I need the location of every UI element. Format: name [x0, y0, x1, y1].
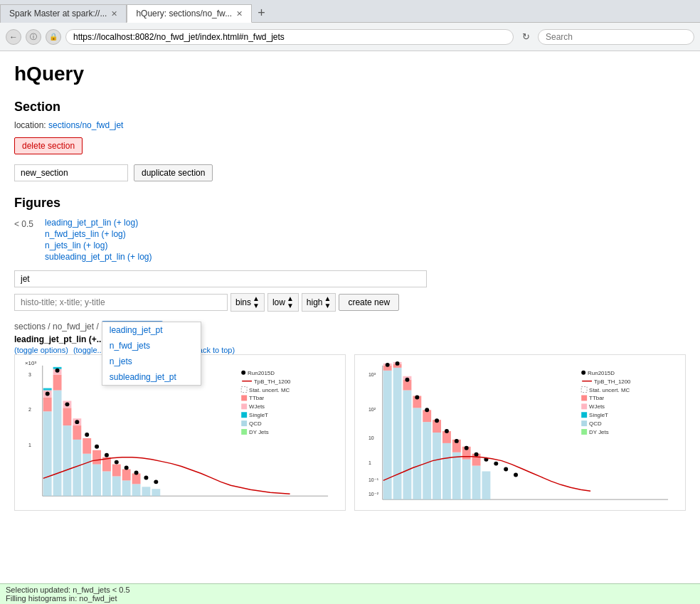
svg-point-105: [494, 462, 498, 466]
svg-rect-25: [112, 465, 121, 477]
svg-rect-72: [403, 391, 412, 500]
dropdown-container[interactable]: leading_jet_pt leading_jet_pt n_fwd_jets…: [102, 322, 164, 332]
svg-text:10²: 10²: [368, 407, 376, 412]
svg-rect-112: [581, 387, 587, 393]
bins-spinner[interactable]: ▲▼: [253, 295, 260, 309]
action-toggle-options[interactable]: (toggle options): [14, 346, 68, 354]
back-button[interactable]: ←: [6, 29, 21, 45]
svg-point-95: [396, 361, 400, 366]
svg-point-42: [124, 466, 129, 470]
svg-point-44: [144, 475, 148, 480]
svg-rect-17: [152, 489, 160, 496]
svg-point-98: [425, 408, 429, 412]
svg-text:1: 1: [368, 460, 371, 465]
tab-2[interactable]: hQuery: sections/no_fw... ✕: [127, 4, 252, 23]
lock-button[interactable]: 🔒: [46, 29, 61, 45]
svg-point-38: [85, 433, 89, 437]
section-heading: Section: [14, 100, 686, 115]
status-line-1: Selection updated: n_fwd_jets < 0.5: [6, 586, 694, 594]
svg-rect-26: [122, 470, 131, 481]
location-link[interactable]: sections/no_fwd_jet: [48, 120, 123, 130]
svg-rect-73: [413, 408, 421, 499]
svg-rect-74: [423, 422, 431, 499]
svg-rect-120: [581, 420, 587, 426]
dropdown-menu: leading_jet_pt n_fwd_jets n_jets sublead…: [102, 322, 201, 386]
svg-point-106: [504, 467, 508, 472]
search-input[interactable]: [538, 29, 694, 45]
low-control[interactable]: low ▲▼: [267, 293, 299, 312]
high-label: high: [307, 297, 323, 307]
create-row: bins ▲▼ low ▲▼ high ▲▼ create new: [14, 293, 686, 312]
tab-2-label: hQuery: sections/no_fw...: [136, 9, 232, 18]
svg-rect-80: [482, 472, 490, 500]
svg-rect-52: [241, 395, 247, 401]
svg-text:Run2015D: Run2015D: [588, 370, 615, 376]
svg-point-100: [445, 429, 449, 433]
svg-point-94: [386, 363, 390, 367]
svg-text:DY Jets: DY Jets: [249, 429, 269, 435]
svg-point-96: [405, 378, 409, 382]
svg-rect-116: [581, 403, 587, 409]
svg-text:WJets: WJets: [249, 403, 265, 410]
dropdown-item-3[interactable]: subleading_jet_pt: [102, 369, 201, 385]
svg-text:1: 1: [28, 443, 31, 447]
tab-1[interactable]: Spark Master at spark://... ✕: [0, 4, 127, 23]
bins-control[interactable]: bins ▲▼: [230, 293, 265, 312]
info-button[interactable]: ⓘ: [26, 29, 41, 45]
figure-link-3[interactable]: subleading_jet_pt_lin (+ log): [45, 252, 152, 262]
status-bar: Selection updated: n_fwd_jets < 0.5 Fill…: [0, 583, 700, 604]
svg-rect-56: [241, 412, 247, 418]
figure-link-2[interactable]: n_jets_lin (+ log): [45, 240, 152, 250]
svg-rect-7: [53, 391, 62, 497]
chart-legend-linear: Run2015D TpB_TH_1200 Stat. uncert. MC TT…: [241, 370, 291, 435]
svg-point-41: [115, 460, 119, 465]
svg-text:TTbar: TTbar: [249, 395, 264, 401]
new-tab-button[interactable]: +: [252, 6, 271, 21]
figure-link-0[interactable]: leading_jet_pt_lin (+ log): [45, 218, 152, 228]
low-spinner[interactable]: ▲▼: [287, 295, 294, 309]
high-control[interactable]: high ▲▼: [302, 293, 336, 312]
create-new-button[interactable]: create new: [339, 294, 399, 311]
dropdown-item-1[interactable]: n_fwd_jets: [102, 338, 201, 354]
reload-button[interactable]: ↻: [518, 29, 534, 45]
tab-2-close[interactable]: ✕: [236, 9, 243, 18]
delete-section-button[interactable]: delete section: [14, 137, 83, 154]
svg-point-40: [105, 453, 109, 457]
svg-rect-75: [433, 433, 441, 499]
svg-point-101: [455, 439, 459, 443]
svg-point-97: [415, 395, 419, 399]
address-input[interactable]: [65, 29, 514, 45]
dropdown-item-0[interactable]: leading_jet_pt: [102, 322, 201, 338]
svg-rect-71: [393, 368, 402, 499]
breadcrumb-area: sections / no_fwd_jet / leading_jet_pt l…: [14, 322, 686, 332]
svg-text:10⁻¹: 10⁻¹: [368, 477, 379, 482]
figure-link-1[interactable]: n_fwd_jets_lin (+ log): [45, 229, 152, 239]
section-name-input[interactable]: [14, 164, 128, 181]
svg-text:SingleT: SingleT: [249, 412, 268, 418]
svg-rect-58: [241, 420, 247, 426]
svg-rect-114: [581, 395, 587, 401]
histo-input[interactable]: [14, 294, 228, 311]
figures-list: < 0.5 leading_jet_pt_lin (+ log) n_fwd_j…: [14, 218, 686, 262]
svg-rect-27: [132, 473, 141, 484]
tab-1-label: Spark Master at spark://...: [9, 9, 107, 18]
svg-point-102: [465, 446, 469, 450]
svg-rect-12: [102, 472, 111, 497]
svg-text:Stat. uncert. MC: Stat. uncert. MC: [249, 387, 290, 393]
svg-text:Run2015D: Run2015D: [248, 370, 275, 376]
svg-point-46: [241, 371, 245, 375]
svg-rect-79: [472, 466, 481, 500]
svg-text:QCD: QCD: [589, 420, 602, 427]
address-bar: ← ⓘ 🔒 ↻: [0, 23, 700, 51]
high-spinner[interactable]: ▲▼: [324, 295, 332, 309]
svg-rect-76: [442, 443, 451, 499]
svg-rect-22: [83, 438, 91, 454]
filter-input[interactable]: [14, 270, 427, 287]
svg-text:TTbar: TTbar: [589, 395, 604, 401]
tab-1-close[interactable]: ✕: [111, 9, 117, 18]
dropdown-item-2[interactable]: n_jets: [102, 354, 201, 369]
figures-links: leading_jet_pt_lin (+ log) n_fwd_jets_li…: [45, 218, 152, 262]
svg-rect-13: [112, 476, 121, 496]
duplicate-section-button[interactable]: duplicate section: [134, 164, 213, 181]
svg-text:3: 3: [28, 372, 31, 377]
